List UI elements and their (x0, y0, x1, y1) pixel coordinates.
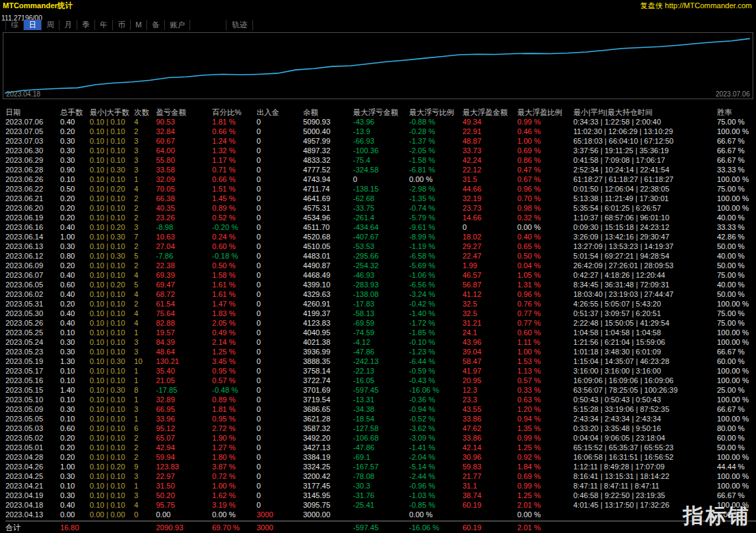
menu-tab-3[interactable]: 周 (42, 20, 60, 30)
table-row[interactable]: 2023.07.050.200.10 | 0.10232.840.66 %050… (5, 127, 756, 136)
table-row[interactable]: 2023.06.210.200.10 | 0.10266.381.45 %046… (5, 194, 756, 203)
col-header-max-float-profit-pct[interactable]: 最大浮盈比例 (517, 107, 573, 117)
table-row[interactable]: 2023.04.250.300.10 | 0.10322.970.72 %032… (5, 471, 756, 481)
cell-pct: -0.18 % (212, 251, 257, 261)
table-row[interactable]: 2023.06.160.400.10 | 0.203-8.98-0.20 %04… (5, 222, 756, 232)
col-header-max-float-loss[interactable]: 最大浮亏金额 (353, 107, 409, 117)
brand-link[interactable]: 复盘侠 http://MTCommander.com (640, 1, 752, 11)
cell-min-max-lots: 0.10 | 0.10 (90, 395, 134, 404)
table-row[interactable]: 2023.06.190.200.10 | 0.10223.260.52 %045… (5, 213, 756, 222)
menu-tab-4[interactable]: 月 (60, 20, 77, 30)
col-header-max-float-loss-pct[interactable]: 最大浮亏比例 (409, 107, 462, 117)
cell-pct: 2.05 % (212, 318, 257, 328)
cell-cashflow: 0 (257, 471, 303, 481)
menu-tab-1[interactable]: 综 (5, 20, 24, 30)
cell-max-float-profit-pct: 0.65 % (517, 242, 573, 251)
col-header-hold-time[interactable]: 最小|平均|最大持仓时间 (573, 107, 717, 117)
col-header-cashflow[interactable]: 出入金 (257, 107, 303, 117)
table-row[interactable]: 2023.05.250.100.10 | 0.10119.570.49 %040… (5, 328, 756, 337)
table-row[interactable]: 2023.06.300.300.10 | 0.10364.001.32 %048… (5, 146, 756, 155)
table-row[interactable]: 2023.06.020.400.10 | 0.10468.721.61 %043… (5, 289, 756, 299)
col-header-balance[interactable]: 余额 (303, 107, 353, 117)
table-row[interactable]: 2023.05.240.300.10 | 0.10384.392.14 %040… (5, 337, 756, 347)
cell-date: 2023.05.10 (5, 395, 60, 404)
cell-pct: 3.19 % (212, 500, 257, 510)
table-row[interactable]: 2023.04.210.100.10 | 0.10131.501.00 %031… (5, 481, 756, 491)
table-row[interactable]: 2023.05.230.300.10 | 0.10348.641.25 %039… (5, 347, 756, 356)
table-row[interactable]: 2023.06.290.300.10 | 0.10355.801.17 %048… (5, 155, 756, 165)
table-row[interactable]: 2023.04.261.000.10 | 0.209123.833.87 %03… (5, 462, 756, 471)
cell-max-float-profit: 14.66 (462, 213, 517, 222)
menu-tab-10[interactable]: 账户 (165, 20, 190, 30)
cell-total-lots: 0.40 (60, 117, 90, 127)
menu-tab-7[interactable]: 币 (113, 20, 131, 30)
table-row[interactable]: 2023.05.310.200.10 | 0.10261.541.47 %042… (5, 299, 756, 309)
cell-win-rate: 75.00 % (717, 318, 756, 328)
table-row[interactable]: 2023.06.220.500.10 | 0.20470.051.51 %047… (5, 184, 756, 194)
cell-balance: 4534.96 (303, 213, 353, 222)
table-row[interactable]: 2023.05.151.400.10 | 0.308-17.85-0.48 %0… (5, 385, 756, 395)
table-row[interactable]: 2023.05.030.600.10 | 0.10695.122.72 %035… (5, 424, 756, 433)
table-row[interactable]: 2023.05.300.400.10 | 0.10475.641.83 %041… (5, 309, 756, 318)
table-row[interactable]: 2023.05.260.400.10 | 0.10482.882.05 %041… (5, 318, 756, 328)
cell-pnl: 65.07 (156, 433, 212, 443)
table-row[interactable]: 2023.04.130.000.00 | 0.0000.000.00 %3000… (5, 510, 756, 519)
col-header-pct[interactable]: 百分比% (212, 107, 257, 117)
menu-tab-8[interactable]: M (131, 20, 147, 30)
cell-max-float-profit-pct: 0.86 % (517, 155, 573, 165)
cell-max-float-loss-pct: -1.35 % (409, 194, 462, 203)
table-row[interactable]: 2023.05.010.200.10 | 0.10242.941.27 %034… (5, 443, 756, 452)
table-row[interactable]: 2023.04.180.400.10 | 0.10495.753.19 %030… (5, 500, 756, 510)
cell-cashflow: 0 (257, 127, 303, 136)
col-header-max-float-profit[interactable]: 最大浮盈金额 (462, 107, 517, 117)
table-row[interactable]: 2023.06.141.000.10 | 0.30710.630.24 %045… (5, 232, 756, 242)
cell-date: 2023.05.03 (5, 424, 60, 433)
table-row[interactable]: 2023.07.060.400.10 | 0.10490.531.81 %050… (5, 117, 756, 127)
cell-pnl: 69.47 (156, 280, 212, 289)
table-row[interactable]: 2023.06.050.600.10 | 0.20569.471.61 %043… (5, 280, 756, 289)
table-row[interactable]: 2023.06.200.200.10 | 0.10240.350.89 %045… (5, 203, 756, 213)
table-row[interactable]: 2023.06.070.400.10 | 0.10469.391.58 %044… (5, 270, 756, 280)
menu-tab-2[interactable]: 日 (24, 20, 42, 30)
col-header-count[interactable]: 次数 (134, 107, 156, 117)
table-row[interactable]: 2023.05.170.100.10 | 0.10135.400.95 %037… (5, 366, 756, 376)
table-row[interactable]: 2023.04.280.200.10 | 0.10259.941.80 %033… (5, 452, 756, 462)
cell-max-float-profit: 32.5 (462, 299, 517, 309)
table-row[interactable]: 2023.07.030.300.10 | 0.10360.671.24 %049… (5, 136, 756, 146)
cell-max-float-profit-pct: 0.57 % (517, 376, 573, 385)
table-row[interactable]: 2023.06.120.800.10 | 0.305-7.86-0.18 %04… (5, 251, 756, 261)
menu-tab-6[interactable]: 年 (95, 20, 113, 30)
cell-hold-time: 0:51:37 | 3:09:57 | 6:20:51 (573, 309, 717, 318)
col-header-total-lots[interactable]: 总手数 (60, 107, 90, 117)
table-row[interactable]: 2023.05.100.100.10 | 0.10132.890.89 %037… (5, 395, 756, 404)
menu-tab-trail[interactable]: 轨迹 (226, 20, 253, 30)
table-row[interactable]: 2023.06.130.300.10 | 0.10227.040.60 %045… (5, 242, 756, 251)
cell-win-rate: 66.67 % (717, 347, 756, 356)
table-row[interactable]: 2023.05.050.100.10 | 0.10133.960.95 %036… (5, 414, 756, 424)
cell-cashflow: 0 (257, 299, 303, 309)
cell-max-float-profit-pct: 0.69 % (517, 471, 573, 481)
menu-tab-5[interactable]: 季 (77, 20, 95, 30)
cell-max-float-profit: 21.77 (462, 471, 517, 481)
watermark: 指标铺 (683, 502, 751, 530)
table-row[interactable]: 2023.06.090.200.10 | 0.10222.380.50 %044… (5, 261, 756, 270)
col-header-pnl[interactable]: 盈亏金额 (156, 107, 212, 117)
cell-max-float-profit-pct: 1.53 % (517, 356, 573, 366)
table-row[interactable]: 2023.04.190.300.10 | 0.10350.201.62 %031… (5, 491, 756, 500)
table-row[interactable]: 2023.06.280.900.10 | 0.30333.580.71 %047… (5, 165, 756, 174)
cell-total-lots: 0.30 (60, 404, 90, 414)
col-header-date[interactable]: 日期 (5, 107, 60, 117)
cell-win-rate: 66.67 % (717, 136, 756, 146)
table-row[interactable]: 2023.06.260.100.10 | 0.10132.090.66 %047… (5, 174, 756, 184)
table-row[interactable]: 2023.05.020.200.10 | 0.10265.071.90 %034… (5, 433, 756, 443)
cell-win-rate: 100.00 % (717, 376, 756, 385)
col-header-win-rate[interactable]: 胜率 (717, 107, 756, 117)
cell-max-float-loss: -167.57 (353, 462, 409, 471)
cell-max-float-loss: -597.45 (353, 385, 409, 395)
menu-tab-9[interactable]: 备 (147, 20, 165, 30)
col-header-min-max-lots[interactable]: 最小|大手数 (90, 107, 134, 117)
table-row[interactable]: 2023.05.191.300.10 | 0.3010130.213.45 %0… (5, 356, 756, 366)
table-row[interactable]: 2023.05.090.300.10 | 0.10366.951.81 %036… (5, 404, 756, 414)
cell-win-rate: 100.00 % (717, 414, 756, 424)
table-row[interactable]: 2023.05.160.100.10 | 0.10121.050.57 %037… (5, 376, 756, 385)
